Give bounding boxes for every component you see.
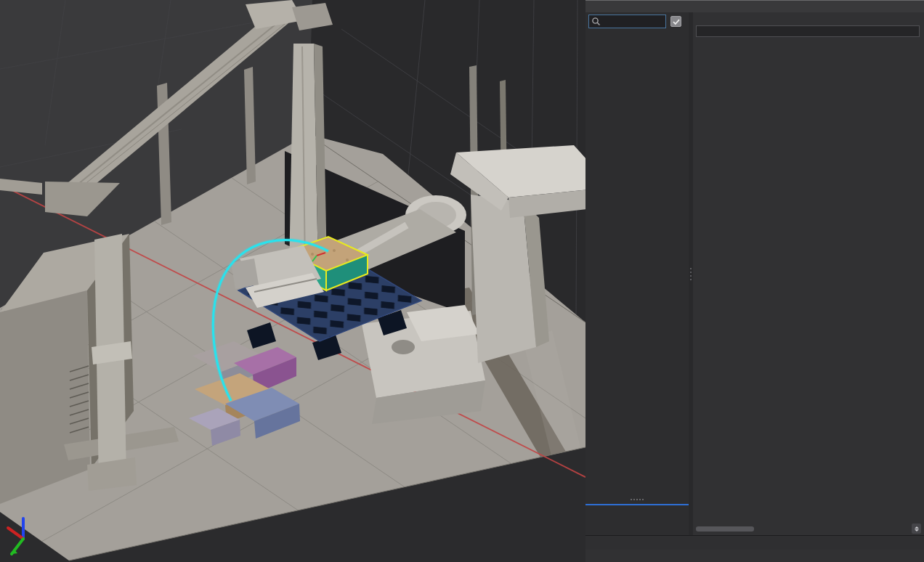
search-box[interactable] [588,15,666,28]
breadcrumb[interactable] [696,25,920,37]
workflow-canvas[interactable] [693,37,924,522]
statusbar [693,522,924,535]
search-input[interactable] [601,17,660,26]
step-library-column [585,12,689,535]
workflow-panel [585,0,924,562]
message-log-entry[interactable] [585,504,689,505]
message-area [585,502,689,535]
application-window [0,0,924,562]
bottom-tabbar [585,535,924,550]
search-icon [591,17,601,26]
3d-viewport[interactable] [0,0,585,562]
zoom-spinner[interactable] [912,524,921,534]
workflow-graph-column [693,12,924,535]
3d-scene [0,0,585,562]
project-title [693,12,924,24]
step-tree [585,30,689,497]
search-filter-checkbox[interactable] [670,16,681,27]
zoom-slider[interactable] [696,526,754,532]
checkmark-icon [672,17,681,26]
horizontal-splitter[interactable] [585,497,689,502]
panel-title [585,1,924,12]
